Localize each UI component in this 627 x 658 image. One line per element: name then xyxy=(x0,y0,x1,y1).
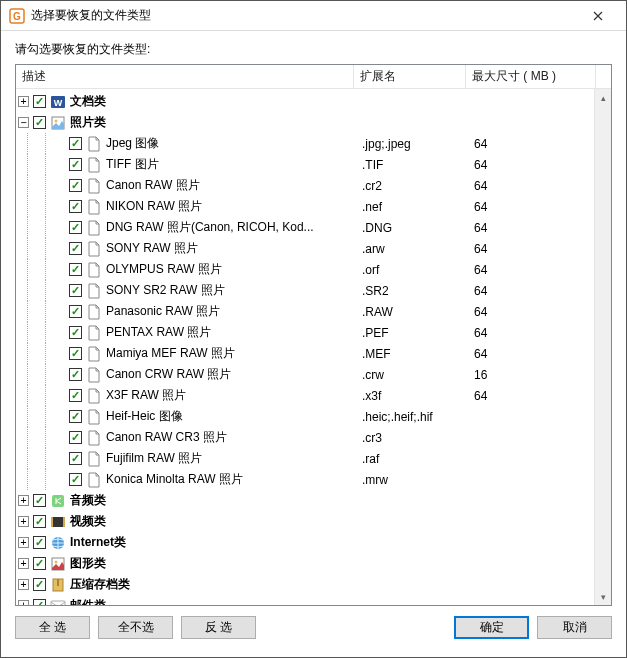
close-button[interactable] xyxy=(578,2,618,30)
checkbox[interactable] xyxy=(69,326,82,339)
category-label: 邮件类 xyxy=(70,597,106,606)
checkbox[interactable] xyxy=(69,389,82,402)
checkbox[interactable] xyxy=(69,221,82,234)
checkbox[interactable] xyxy=(69,179,82,192)
file-icon xyxy=(86,199,102,215)
category-row-doc[interactable]: + W 文档类 xyxy=(18,91,611,112)
scroll-up-icon[interactable]: ▴ xyxy=(595,89,611,106)
checkbox[interactable] xyxy=(69,347,82,360)
checkbox[interactable] xyxy=(69,473,82,486)
file-size: 64 xyxy=(468,347,598,361)
file-ext: .crw xyxy=(356,368,468,382)
file-type-row[interactable]: Canon RAW 照片 .cr2 64 xyxy=(18,175,611,196)
checkbox[interactable] xyxy=(69,410,82,423)
tree-panel: 描述 扩展名 最大尺寸 ( MB ) + W 文档类 − 照片类 Jpeg 图像… xyxy=(15,64,612,606)
category-row-mail[interactable]: + 邮件类 xyxy=(18,595,611,606)
file-type-row[interactable]: SONY SR2 RAW 照片 .SR2 64 xyxy=(18,280,611,301)
expander-icon[interactable]: + xyxy=(18,579,29,590)
category-row-audio[interactable]: + 音频类 xyxy=(18,490,611,511)
checkbox[interactable] xyxy=(33,95,46,108)
file-type-row[interactable]: Canon CRW RAW 照片 .crw 16 xyxy=(18,364,611,385)
file-ext: .mrw xyxy=(356,473,468,487)
file-icon xyxy=(86,409,102,425)
category-row-graphics[interactable]: + 图形类 xyxy=(18,553,611,574)
checkbox[interactable] xyxy=(69,305,82,318)
checkbox[interactable] xyxy=(33,578,46,591)
expander-icon[interactable]: + xyxy=(18,558,29,569)
expander-icon[interactable]: + xyxy=(18,495,29,506)
file-size: 64 xyxy=(468,221,598,235)
file-size: 64 xyxy=(468,137,598,151)
file-type-row[interactable]: NIKON RAW 照片 .nef 64 xyxy=(18,196,611,217)
category-row-archive[interactable]: + 压缩存档类 xyxy=(18,574,611,595)
category-row-photo[interactable]: − 照片类 xyxy=(18,112,611,133)
checkbox[interactable] xyxy=(69,284,82,297)
file-type-row[interactable]: OLYMPUS RAW 照片 .orf 64 xyxy=(18,259,611,280)
file-type-name: Canon RAW CR3 照片 xyxy=(106,429,227,446)
checkbox[interactable] xyxy=(69,200,82,213)
expander-icon[interactable]: − xyxy=(18,117,29,128)
file-type-row[interactable]: Mamiya MEF RAW 照片 .MEF 64 xyxy=(18,343,611,364)
category-icon xyxy=(50,598,66,607)
file-type-row[interactable]: Panasonic RAW 照片 .RAW 64 xyxy=(18,301,611,322)
checkbox[interactable] xyxy=(69,242,82,255)
category-label: 压缩存档类 xyxy=(70,576,130,593)
file-icon xyxy=(86,388,102,404)
category-icon xyxy=(50,556,66,572)
file-type-row[interactable]: X3F RAW 照片 .x3f 64 xyxy=(18,385,611,406)
file-icon xyxy=(86,367,102,383)
category-label: 照片类 xyxy=(70,114,106,131)
scroll-down-icon[interactable]: ▾ xyxy=(595,588,611,605)
file-size: 64 xyxy=(468,158,598,172)
select-all-button[interactable]: 全 选 xyxy=(15,616,90,639)
file-ext: .arw xyxy=(356,242,468,256)
file-icon xyxy=(86,220,102,236)
checkbox[interactable] xyxy=(69,368,82,381)
checkbox[interactable] xyxy=(69,431,82,444)
col-ext-header[interactable]: 扩展名 xyxy=(354,65,466,88)
checkbox[interactable] xyxy=(33,536,46,549)
file-ext: .jpg;.jpeg xyxy=(356,137,468,151)
file-type-row[interactable]: DNG RAW 照片(Canon, RICOH, Kod... .DNG 64 xyxy=(18,217,611,238)
svg-text:G: G xyxy=(13,11,21,22)
checkbox[interactable] xyxy=(33,557,46,570)
checkbox[interactable] xyxy=(69,158,82,171)
file-type-name: OLYMPUS RAW 照片 xyxy=(106,261,222,278)
checkbox[interactable] xyxy=(69,452,82,465)
file-type-row[interactable]: SONY RAW 照片 .arw 64 xyxy=(18,238,611,259)
checkbox[interactable] xyxy=(33,116,46,129)
expander-icon[interactable]: + xyxy=(18,537,29,548)
file-type-row[interactable]: PENTAX RAW 照片 .PEF 64 xyxy=(18,322,611,343)
ok-button[interactable]: 确定 xyxy=(454,616,529,639)
file-size: 64 xyxy=(468,200,598,214)
expander-icon[interactable]: + xyxy=(18,516,29,527)
file-type-row[interactable]: Jpeg 图像 .jpg;.jpeg 64 xyxy=(18,133,611,154)
file-type-row[interactable]: Konica Minolta RAW 照片 .mrw xyxy=(18,469,611,490)
file-type-row[interactable]: Heif-Heic 图像 .heic;.heif;.hif xyxy=(18,406,611,427)
checkbox[interactable] xyxy=(33,494,46,507)
scrollbar[interactable]: ▴ ▾ xyxy=(594,89,611,605)
col-size-header[interactable]: 最大尺寸 ( MB ) xyxy=(466,65,596,88)
category-row-video[interactable]: + 视频类 xyxy=(18,511,611,532)
invert-button[interactable]: 反 选 xyxy=(181,616,256,639)
file-type-row[interactable]: TIFF 图片 .TIF 64 xyxy=(18,154,611,175)
checkbox[interactable] xyxy=(69,263,82,276)
category-row-internet[interactable]: + Internet类 xyxy=(18,532,611,553)
col-desc-header[interactable]: 描述 xyxy=(16,65,354,88)
file-ext: .raf xyxy=(356,452,468,466)
file-icon xyxy=(86,346,102,362)
checkbox[interactable] xyxy=(33,599,46,606)
expander-icon[interactable]: + xyxy=(18,600,29,606)
svg-rect-9 xyxy=(63,517,65,527)
checkbox[interactable] xyxy=(69,137,82,150)
file-type-row[interactable]: Canon RAW CR3 照片 .cr3 xyxy=(18,427,611,448)
select-none-button[interactable]: 全不选 xyxy=(98,616,173,639)
expander-icon[interactable]: + xyxy=(18,96,29,107)
category-icon xyxy=(50,493,66,509)
checkbox[interactable] xyxy=(33,515,46,528)
cancel-button[interactable]: 取消 xyxy=(537,616,612,639)
file-icon xyxy=(86,241,102,257)
file-size: 64 xyxy=(468,263,598,277)
category-icon xyxy=(50,535,66,551)
file-type-row[interactable]: Fujifilm RAW 照片 .raf xyxy=(18,448,611,469)
